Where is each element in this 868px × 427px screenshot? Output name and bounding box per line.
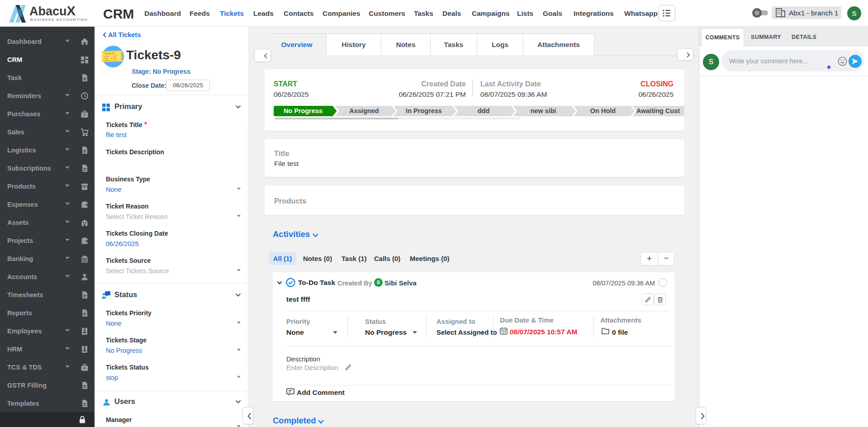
svg-text:TICKETS: TICKETS xyxy=(104,52,115,55)
